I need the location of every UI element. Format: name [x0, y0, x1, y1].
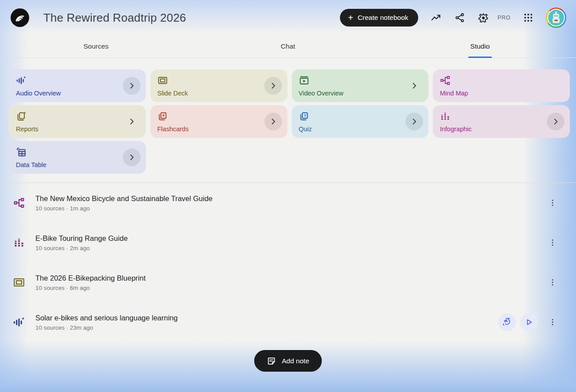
- notebooklm-page: The Rewired Roadtrip 2026 + Create noteb…: [0, 0, 576, 392]
- create-notebook-label: Create notebook: [358, 14, 408, 22]
- artifact-meta: 10 sources · 23m ago: [35, 324, 498, 331]
- artifact-meta: 10 sources · 1m ago: [35, 205, 542, 212]
- artifact-row-slide-deck[interactable]: The 2026 E-Bikepacking Blueprint 10 sour…: [0, 263, 576, 302]
- svg-text:?: ?: [304, 114, 306, 118]
- pro-badge: PRO: [498, 15, 511, 21]
- card-question-icon: ?: [299, 111, 309, 122]
- card-video-overview[interactable]: Video Overview: [292, 69, 429, 102]
- plus-icon: +: [348, 13, 353, 22]
- artifact-text: The New Mexico Bicycle and Sustainable T…: [35, 194, 542, 212]
- share-icon[interactable]: [454, 11, 466, 24]
- card-label: Video Overview: [299, 90, 343, 97]
- card-infographic[interactable]: Infographic: [433, 105, 570, 138]
- tab-sources[interactable]: Sources: [0, 35, 192, 57]
- chevron-right-icon[interactable]: [123, 113, 141, 130]
- card-label: Mind Map: [440, 90, 468, 97]
- avatar-robot-image: [547, 9, 565, 27]
- card-mind-map[interactable]: Mind Map: [433, 69, 570, 102]
- note-icon: [267, 356, 276, 366]
- artifact-text: E-Bike Touring Range Guide 10 sources · …: [35, 234, 542, 251]
- studio-cards-grid: Audio Overview Slide Deck: [9, 69, 570, 174]
- artifact-actions: [542, 195, 560, 210]
- artifact-title: E-Bike Touring Range Guide: [35, 234, 542, 243]
- chevron-right-icon[interactable]: [264, 77, 282, 95]
- bar-chart-icon: [440, 111, 450, 122]
- artifact-title: The 2026 E-Bikepacking Blueprint: [35, 274, 542, 282]
- more-options-kebab-icon[interactable]: [545, 195, 560, 210]
- table-grid-icon: [16, 147, 27, 157]
- artifact-row-audio-overview[interactable]: Solar e-bikes and serious language learn…: [0, 302, 576, 342]
- tab-studio[interactable]: Studio: [384, 35, 576, 57]
- artifact-title: The New Mexico Bicycle and Sustainable T…: [35, 194, 542, 203]
- chevron-right-icon[interactable]: [123, 148, 141, 166]
- artifact-actions: [542, 275, 560, 290]
- tab-studio-label: Studio: [470, 42, 490, 50]
- chevron-right-icon[interactable]: [123, 77, 141, 95]
- header-actions: + Create notebook: [340, 8, 566, 28]
- artifact-actions: [542, 235, 560, 250]
- more-options-kebab-icon[interactable]: [545, 235, 560, 250]
- artifact-actions: [498, 313, 560, 331]
- chevron-right-icon[interactable]: [405, 113, 423, 130]
- notebooklm-logo-icon[interactable]: [11, 8, 29, 27]
- add-note-button[interactable]: Add note: [254, 350, 321, 372]
- card-label: Quiz: [299, 126, 312, 133]
- main-tabs: Sources Chat Studio: [0, 35, 576, 58]
- more-options-kebab-icon[interactable]: [545, 315, 560, 330]
- artifact-text: Solar e-bikes and serious language learn…: [35, 314, 498, 331]
- artifact-list: The New Mexico Bicycle and Sustainable T…: [0, 183, 576, 342]
- settings-gear-icon[interactable]: [477, 11, 490, 24]
- artifact-row-infographic[interactable]: E-Bike Touring Range Guide 10 sources · …: [0, 223, 576, 263]
- interactive-mode-hand-icon[interactable]: [498, 313, 516, 331]
- slide-frame-icon: [12, 276, 26, 289]
- card-data-table[interactable]: Data Table: [9, 141, 146, 174]
- google-apps-grid-icon[interactable]: [522, 11, 534, 24]
- user-avatar[interactable]: [546, 8, 566, 28]
- artifact-title: Solar e-bikes and serious language learn…: [35, 314, 498, 322]
- chevron-right-icon[interactable]: [264, 113, 282, 130]
- slide-frame-icon: [157, 75, 168, 86]
- bar-chart-icon: [12, 236, 26, 249]
- artifact-meta: 10 sources · 6m ago: [35, 285, 542, 291]
- tab-chat[interactable]: Chat: [192, 35, 384, 57]
- create-notebook-button[interactable]: + Create notebook: [340, 9, 418, 27]
- studio-panel: Audio Overview Slide Deck: [0, 58, 576, 183]
- card-label: Reports: [16, 126, 38, 133]
- card-slide-deck[interactable]: Slide Deck: [150, 69, 287, 102]
- tab-sources-label: Sources: [84, 42, 109, 50]
- audio-waveform-sparkle-icon: [12, 316, 26, 329]
- tab-chat-label: Chat: [281, 42, 295, 50]
- chevron-right-icon[interactable]: [405, 77, 423, 95]
- card-audio-overview[interactable]: Audio Overview: [9, 69, 146, 102]
- play-icon[interactable]: [520, 313, 538, 331]
- card-label: Audio Overview: [16, 90, 61, 97]
- card-star-icon: [157, 111, 168, 122]
- card-label: Slide Deck: [157, 90, 188, 97]
- card-quiz[interactable]: ? Quiz: [292, 105, 429, 138]
- header: The Rewired Roadtrip 2026 + Create noteb…: [0, 0, 576, 35]
- card-reports[interactable]: Reports: [9, 105, 146, 138]
- footer: Add note: [0, 342, 576, 372]
- card-flashcards[interactable]: Flashcards: [150, 105, 287, 138]
- audio-waveform-sparkle-icon: [16, 75, 27, 86]
- artifact-meta: 10 sources · 2m ago: [35, 245, 542, 251]
- mind-map-nodes-icon: [12, 196, 26, 209]
- video-player-icon: [299, 75, 309, 86]
- mind-map-nodes-icon: [440, 75, 450, 86]
- report-doc-sparkle-icon: [16, 111, 27, 122]
- more-options-kebab-icon[interactable]: [545, 275, 560, 290]
- card-label: Infographic: [440, 126, 472, 133]
- analytics-trending-icon[interactable]: [430, 11, 442, 24]
- artifact-text: The 2026 E-Bikepacking Blueprint 10 sour…: [35, 274, 542, 291]
- notebook-title[interactable]: The Rewired Roadtrip 2026: [43, 11, 340, 25]
- card-label: Flashcards: [157, 126, 189, 133]
- card-label: Data Table: [16, 161, 46, 168]
- artifact-row-mind-map[interactable]: The New Mexico Bicycle and Sustainable T…: [0, 183, 576, 223]
- add-note-label: Add note: [282, 357, 309, 365]
- chevron-right-icon[interactable]: [547, 113, 565, 130]
